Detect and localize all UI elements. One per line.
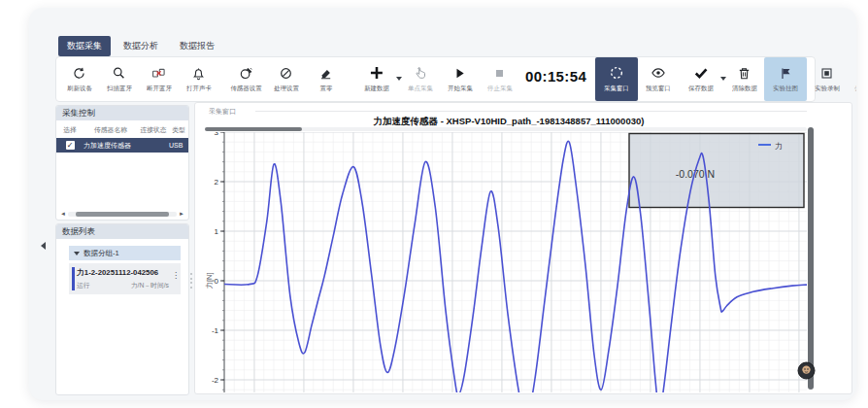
refresh-device-button[interactable]: 刷新设备 [59, 57, 99, 101]
button-label: 实验录制 [815, 84, 840, 92]
collect-window-button[interactable]: 采集窗口 [595, 57, 638, 101]
svg-text:-2: -2 [212, 376, 219, 385]
stop-icon [492, 65, 507, 81]
chart-h-scrollbar[interactable] [205, 127, 807, 131]
single-point-collect-button[interactable]: 单点采集 [400, 57, 440, 101]
experiment-record-button[interactable]: 实验录制 [807, 57, 847, 101]
button-label: 刷新设备 [67, 84, 92, 92]
disconnect-bluetooth-button[interactable]: 断开蓝牙 [139, 57, 179, 101]
scroll-left-icon[interactable]: ◄ [60, 211, 66, 217]
trash-icon [737, 65, 751, 81]
col-status: 连接状态 [138, 125, 169, 135]
open-soundcard-button[interactable]: 打开声卡 [179, 57, 218, 101]
button-label: 处理设置 [274, 84, 299, 92]
save-data-button[interactable]: 保存数据 [678, 57, 724, 101]
button-label: 扫描蓝牙 [107, 84, 132, 92]
button-label: 断开蓝牙 [147, 84, 172, 92]
eye-icon [651, 65, 666, 81]
button-label: 实验挂图 [773, 84, 798, 92]
play-icon [452, 65, 467, 81]
scrollbar-thumb[interactable] [76, 212, 169, 217]
panel-title: 采集控制 [56, 106, 188, 120]
stop-collect-button[interactable]: 停止采集 [480, 57, 519, 101]
preview-window-button[interactable]: 预览窗口 [638, 57, 678, 101]
data-list-panel: 数据列表 数据分组-1 力1-2-20251112-042506 运行 力/N－… [55, 223, 189, 395]
chart-v-scrollbar[interactable] [808, 127, 814, 390]
svg-text:力: 力 [775, 142, 783, 151]
assistant-floating-button[interactable] [797, 361, 816, 380]
process-settings-button[interactable]: 处理设置 [266, 57, 306, 101]
zero-button[interactable]: 置零 [306, 57, 346, 101]
scroll-right-icon[interactable]: ► [179, 211, 184, 217]
eraser-icon [318, 65, 333, 81]
sensor-name: 力加速度传感器 [83, 141, 138, 151]
button-label: 停止采集 [487, 84, 513, 92]
button-label: 打开声卡 [186, 84, 212, 92]
item-menu-icon[interactable]: ⋮ [172, 271, 180, 280]
app-window: 数据采集 数据分析 数据报告 刷新设备 扫描蓝牙 断开蓝牙 打开声卡 [29, 8, 856, 400]
start-collect-button[interactable]: 开始采集 [440, 57, 480, 101]
refresh-icon [72, 65, 86, 81]
item-status: 运行 [77, 281, 90, 290]
button-label: 采集窗口 [604, 84, 629, 92]
scan-bluetooth-button[interactable]: 扫描蓝牙 [99, 57, 139, 101]
formula-calc-button[interactable]: 公式计算 [847, 57, 856, 101]
button-label: 公式计算 [854, 84, 856, 92]
button-label: 单点采集 [408, 84, 433, 92]
marquee-icon [609, 65, 624, 81]
collect-timer: 00:15:54 [525, 68, 586, 85]
svg-text:1: 1 [215, 227, 219, 236]
clear-data-button[interactable]: 清除数据 [724, 57, 764, 101]
button-label: 传感器设置 [230, 84, 261, 92]
col-select: 选择 [56, 125, 83, 135]
sidebar-splitter-handle[interactable] [190, 273, 192, 289]
sensor-row[interactable]: ✓ 力加速度传感器 USB [56, 138, 188, 153]
sidebar-collapse-arrow[interactable] [41, 242, 46, 250]
divider [255, 111, 807, 112]
search-icon [112, 65, 126, 81]
data-group-header[interactable]: 数据分组-1 [69, 246, 181, 260]
bell-icon [191, 65, 206, 81]
button-label: 开始采集 [448, 84, 473, 92]
sensor-settings-button[interactable]: 传感器设置 [226, 57, 266, 101]
plus-icon [369, 65, 384, 81]
button-label: 保存数据 [688, 84, 714, 92]
dial-icon [279, 65, 293, 81]
experiment-chart-button[interactable]: 实验挂图 [764, 57, 807, 101]
chevron-down-icon [74, 252, 80, 255]
button-label: 新建数据 [364, 84, 389, 92]
tab-data-report[interactable]: 数据报告 [171, 36, 223, 56]
waveform-plot[interactable]: 3210-1-2力[N]-0.070 N力 [205, 132, 807, 392]
svg-text:0: 0 [215, 277, 219, 286]
button-label: 置零 [319, 84, 332, 92]
bluetooth-disconnect-icon [151, 65, 166, 81]
item-title: 力1-2-20251112-042506 [77, 267, 175, 278]
col-type: 类型 [169, 125, 188, 135]
toolbar: 刷新设备 扫描蓝牙 断开蓝牙 打开声卡 传感器设置 处理设置 [55, 56, 816, 102]
sensor-type: USB [169, 142, 188, 149]
record-icon [819, 65, 834, 81]
collect-control-panel: 采集控制 选择 传感器名称 连接状态 类型 ✓ 力加速度传感器 USB ◄ ► [55, 105, 189, 221]
sensor-table-h-scrollbar[interactable]: ◄ ► [60, 211, 184, 217]
tab-data-collect[interactable]: 数据采集 [58, 36, 111, 56]
chart-panel: 采集窗口 力加速度传感器 - XHSP-V10HID_path_-1981348… [194, 102, 852, 394]
tab-data-analysis[interactable]: 数据分析 [115, 36, 167, 56]
svg-text:2: 2 [215, 178, 219, 187]
new-data-button[interactable]: 新建数据 [353, 57, 400, 101]
svg-text:3: 3 [215, 132, 219, 137]
main-tabbar: 数据采集 数据分析 数据报告 [58, 36, 223, 56]
sensor-table-header: 选择 传感器名称 连接状态 类型 [56, 120, 188, 138]
flag-icon [779, 65, 793, 81]
svg-text:-1: -1 [212, 326, 219, 335]
item-accent-bar [72, 267, 75, 290]
hand-icon [413, 65, 427, 81]
button-label: 清除数据 [732, 84, 757, 92]
scrollbar-thumb[interactable] [205, 127, 302, 131]
item-axes: 力/N－时间/s [131, 281, 169, 290]
group-label: 数据分组-1 [83, 249, 119, 258]
col-sensor-name: 传感器名称 [83, 125, 138, 135]
panel-title: 数据列表 [56, 224, 188, 239]
sensor-checkbox[interactable]: ✓ [66, 141, 75, 150]
svg-text:力[N]: 力[N] [205, 272, 214, 289]
data-list-item[interactable]: 力1-2-20251112-042506 运行 力/N－时间/s ⋮ [69, 263, 181, 294]
